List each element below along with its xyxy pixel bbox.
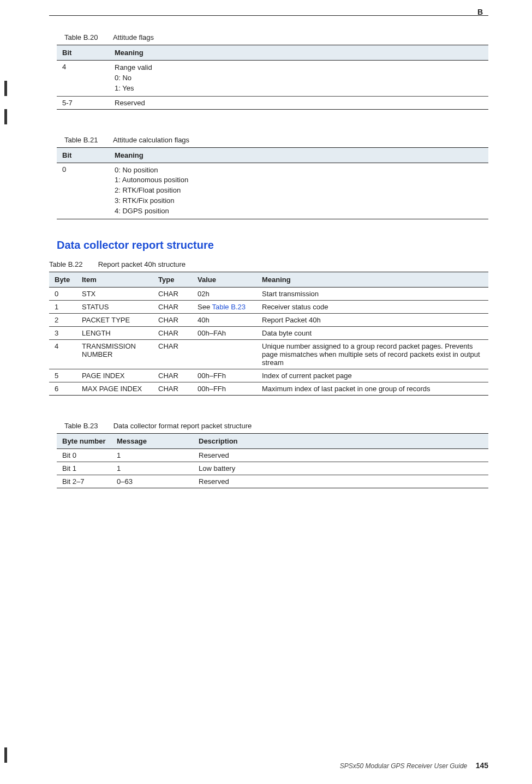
col-header-value: Value	[192, 272, 256, 287]
col-header-byte-number: Byte number	[57, 433, 111, 448]
cell: Data byte count	[256, 326, 488, 339]
table-caption: Table B.21 Attitude calculation flags	[57, 136, 488, 144]
cell: 0	[49, 287, 76, 300]
cell: 4	[49, 339, 76, 369]
cell: CHAR	[153, 287, 192, 300]
cell: Index of current packet page	[256, 369, 488, 382]
cell: 0–63	[111, 475, 193, 488]
cell: PACKET TYPE	[76, 313, 153, 326]
table-row: 4 TRANSMISSION NUMBER CHAR Unique number…	[49, 339, 488, 369]
cell: STX	[76, 287, 153, 300]
cell: 1	[49, 300, 76, 313]
cell: See Table B.23	[192, 300, 256, 313]
cell: STATUS	[76, 300, 153, 313]
page-footer: SPSx50 Modular GPS Receiver User Guide 1…	[340, 761, 488, 770]
cell: CHAR	[153, 369, 192, 382]
col-header-bit: Bit	[57, 45, 109, 61]
meaning-line: 1: Autonomous position	[115, 175, 483, 185]
cell: CHAR	[153, 382, 192, 395]
table-row: 3 LENGTH CHAR 00h–FAh Data byte count	[49, 326, 488, 339]
cell: TRANSMISSION NUMBER	[76, 339, 153, 369]
cell: Receiver status code	[256, 300, 488, 313]
cell: CHAR	[153, 313, 192, 326]
col-header-description: Description	[193, 433, 488, 448]
table-b22: Table B.22 Report packet 40h structure B…	[49, 260, 488, 396]
meaning-line: 1: Yes	[115, 83, 483, 94]
table-b21: Table B.21 Attitude calculation flags Bi…	[49, 136, 488, 219]
cell: Report Packet 40h	[256, 313, 488, 326]
cell-meaning: 0: No position 1: Autonomous position 2:…	[109, 163, 488, 219]
appendix-letter: B	[477, 8, 483, 16]
col-header-item: Item	[76, 272, 153, 287]
table-row: Bit 2–7 0–63 Reserved	[57, 475, 488, 488]
caption-title: Attitude calculation flags	[113, 136, 189, 144]
table-b20: Table B.20 Attitude flags Bit Meaning 4 …	[49, 33, 488, 110]
table-row: 0 0: No position 1: Autonomous position …	[57, 163, 488, 219]
meaning-line: Range valid	[115, 63, 483, 73]
cell-bit: 4	[57, 61, 109, 97]
top-rule	[49, 15, 488, 16]
footer-page-number: 145	[476, 761, 488, 770]
meaning-line: 4: DGPS position	[115, 206, 483, 217]
cell: Maximum index of last packet in one grou…	[256, 382, 488, 395]
cell-meaning: Reserved	[109, 96, 488, 109]
table-caption: Table B.22 Report packet 40h structure	[49, 260, 488, 268]
caption-title: Attitude flags	[113, 33, 154, 41]
cell: Bit 0	[57, 448, 111, 462]
cell: Start transmission	[256, 287, 488, 300]
table-row: 6 MAX PAGE INDEX CHAR 00h–FFh Maximum in…	[49, 382, 488, 395]
table: Bit Meaning 4 Range valid 0: No 1: Yes 5…	[57, 45, 488, 110]
side-mark	[4, 109, 7, 124]
table-row: 0 STX CHAR 02h Start transmission	[49, 287, 488, 300]
cell: MAX PAGE INDEX	[76, 382, 153, 395]
cell	[192, 339, 256, 369]
table-row: Bit 0 1 Reserved	[57, 448, 488, 462]
cell: Bit 2–7	[57, 475, 111, 488]
caption-title: Report packet 40h structure	[98, 260, 186, 268]
cell: 02h	[192, 287, 256, 300]
table: Byte number Message Description Bit 0 1 …	[57, 433, 488, 488]
cell: 00h–FFh	[192, 382, 256, 395]
cell: 5	[49, 369, 76, 382]
table: Byte Item Type Value Meaning 0 STX CHAR …	[49, 272, 488, 396]
footer-title: SPSx50 Modular GPS Receiver User Guide	[340, 762, 467, 770]
col-header-byte: Byte	[49, 272, 76, 287]
table-row: 5-7 Reserved	[57, 96, 488, 109]
cell: Reserved	[193, 448, 488, 462]
side-mark	[4, 747, 7, 763]
cell: 3	[49, 326, 76, 339]
cell: 6	[49, 382, 76, 395]
caption-title: Data collector format report packet stru…	[113, 422, 252, 430]
cell: Bit 1	[57, 462, 111, 475]
cell: PAGE INDEX	[76, 369, 153, 382]
cell: 1	[111, 462, 193, 475]
cell: CHAR	[153, 326, 192, 339]
table-row: 4 Range valid 0: No 1: Yes	[57, 61, 488, 97]
cell: CHAR	[153, 339, 192, 369]
table-b23: Table B.23 Data collector format report …	[49, 422, 488, 488]
caption-number: Table B.23	[64, 422, 111, 430]
cell: LENGTH	[76, 326, 153, 339]
caption-number: Table B.21	[64, 136, 111, 144]
cell: Unique number assigned to a group record…	[256, 339, 488, 369]
cell-bit: 5-7	[57, 96, 109, 109]
cell: Low battery	[193, 462, 488, 475]
page: B Table B.20 Attitude flags Bit Meaning …	[0, 0, 532, 784]
col-header-meaning: Meaning	[109, 147, 488, 163]
col-header-bit: Bit	[57, 147, 109, 163]
section-heading: Data collector report structure	[57, 239, 488, 252]
caption-number: Table B.20	[64, 33, 111, 41]
side-mark	[4, 81, 7, 96]
cell: 00h–FAh	[192, 326, 256, 339]
meaning-line: 0: No position	[115, 165, 483, 176]
table-row: 1 STATUS CHAR See Table B.23 Receiver st…	[49, 300, 488, 313]
cell: 2	[49, 313, 76, 326]
cell: 00h–FFh	[192, 369, 256, 382]
cell: CHAR	[153, 300, 192, 313]
col-header-type: Type	[153, 272, 192, 287]
cell-meaning: Range valid 0: No 1: Yes	[109, 61, 488, 97]
table-row: 2 PACKET TYPE CHAR 40h Report Packet 40h	[49, 313, 488, 326]
col-header-meaning: Meaning	[109, 45, 488, 61]
link-table-b23[interactable]: Table B.23	[212, 303, 246, 311]
cell: 1	[111, 448, 193, 462]
